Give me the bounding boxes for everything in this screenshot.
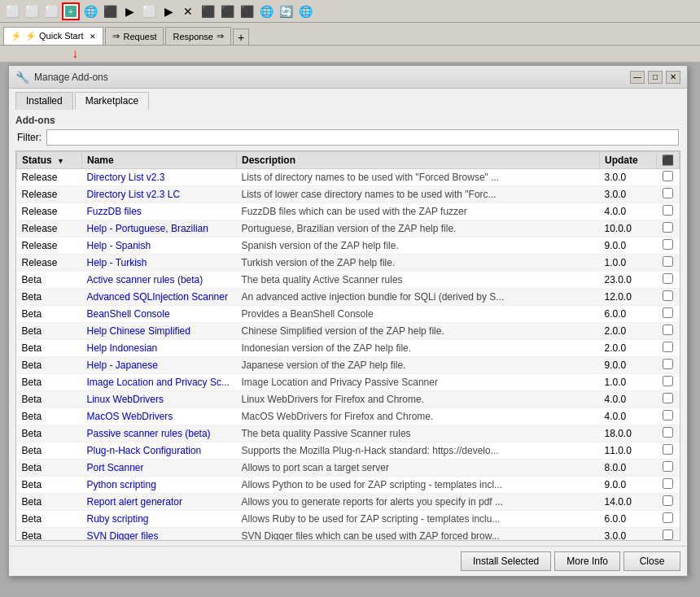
toolbar-icon-7[interactable]: ▶: [120, 2, 138, 20]
row-checkbox[interactable]: [663, 461, 673, 472]
cell-name[interactable]: Help Indonesian: [82, 340, 237, 357]
cell-checkbox[interactable]: [657, 289, 680, 306]
cell-checkbox[interactable]: [657, 237, 680, 255]
cell-checkbox[interactable]: [657, 460, 680, 477]
cell-checkbox[interactable]: [657, 391, 680, 408]
row-checkbox[interactable]: [663, 444, 673, 455]
tab-request[interactable]: ⇒ Request: [105, 27, 164, 45]
row-checkbox[interactable]: [663, 359, 673, 369]
row-checkbox[interactable]: [663, 427, 673, 438]
col-header-status[interactable]: Status ▼: [17, 152, 82, 169]
row-checkbox[interactable]: [663, 512, 673, 523]
cell-name[interactable]: Report alert generator: [82, 494, 237, 511]
cell-name[interactable]: Port Scanner: [82, 460, 237, 477]
row-checkbox[interactable]: [663, 171, 673, 181]
row-checkbox[interactable]: [663, 529, 673, 540]
cell-checkbox[interactable]: [657, 169, 680, 186]
cell-name[interactable]: BeanShell Console: [82, 306, 237, 323]
cell-checkbox[interactable]: [657, 323, 680, 340]
cell-checkbox[interactable]: [657, 340, 680, 357]
row-checkbox[interactable]: [663, 307, 673, 318]
cell-name[interactable]: Directory List v2.3 LC: [82, 186, 237, 203]
toolbar-icon-8[interactable]: ⬜: [140, 2, 158, 20]
cell-name[interactable]: Help - Japanese: [82, 357, 237, 374]
cell-checkbox[interactable]: [657, 442, 680, 460]
cell-name[interactable]: Python scripting: [82, 477, 237, 494]
toolbar-icon-10[interactable]: ✕: [179, 2, 197, 20]
col-header-description[interactable]: Description: [237, 152, 600, 169]
cell-name[interactable]: Linux WebDrivers: [82, 391, 237, 408]
cell-checkbox[interactable]: [657, 528, 680, 541]
cell-name[interactable]: Passive scanner rules (beta): [82, 425, 237, 442]
add-tab-button[interactable]: +: [233, 28, 249, 45]
toolbar-icon-14[interactable]: 🌐: [257, 2, 275, 20]
cell-checkbox[interactable]: [657, 408, 680, 425]
cell-name[interactable]: Plug-n-Hack Configuration: [82, 442, 237, 460]
close-button[interactable]: Close: [623, 551, 680, 571]
cell-checkbox[interactable]: [657, 186, 680, 203]
maximize-button[interactable]: □: [648, 71, 663, 84]
toolbar-icon-16[interactable]: 🌐: [296, 2, 314, 20]
cell-checkbox[interactable]: [657, 477, 680, 494]
tab-quick-start[interactable]: ⚡ ⚡ Quick Start ✕: [3, 27, 103, 45]
toolbar-icon-highlighted[interactable]: +: [62, 2, 80, 20]
row-checkbox[interactable]: [663, 239, 673, 250]
cell-checkbox[interactable]: [657, 425, 680, 442]
cell-name[interactable]: Help - Turkish: [82, 255, 237, 272]
row-checkbox[interactable]: [663, 256, 673, 267]
toolbar-icon-9[interactable]: ▶: [160, 2, 177, 20]
cell-name[interactable]: Help - Portuguese, Brazilian: [82, 220, 237, 237]
cell-checkbox[interactable]: [657, 255, 680, 272]
cell-name[interactable]: SVN Digger files: [82, 528, 237, 541]
cell-checkbox[interactable]: [657, 511, 680, 528]
close-dialog-button[interactable]: ✕: [666, 71, 680, 84]
row-checkbox[interactable]: [663, 376, 673, 386]
toolbar-icon-13[interactable]: ⬛: [238, 2, 256, 20]
row-checkbox[interactable]: [663, 290, 673, 301]
row-checkbox[interactable]: [663, 205, 673, 216]
row-checkbox[interactable]: [663, 410, 673, 421]
col-header-update[interactable]: Update: [600, 152, 657, 169]
toolbar-icon-12[interactable]: ⬛: [218, 2, 236, 20]
filter-input[interactable]: [46, 129, 679, 146]
cell-name[interactable]: Advanced SQLInjection Scanner: [82, 289, 237, 306]
tab-response[interactable]: Response ⇒: [165, 27, 231, 45]
more-info-button[interactable]: More Info: [554, 551, 620, 571]
cell-name[interactable]: Help - Spanish: [82, 237, 237, 255]
tab-marketplace[interactable]: Marketplace: [75, 92, 149, 110]
row-checkbox[interactable]: [663, 342, 673, 352]
close-tab-icon[interactable]: ✕: [90, 33, 96, 41]
toolbar-icon-2[interactable]: ⬜: [23, 2, 41, 20]
tab-installed[interactable]: Installed: [15, 92, 73, 110]
toolbar-icon-11[interactable]: ⬛: [199, 2, 217, 20]
col-header-name[interactable]: Name: [82, 152, 237, 169]
cell-name[interactable]: Active scanner rules (beta): [82, 272, 237, 289]
row-checkbox[interactable]: [663, 478, 673, 489]
row-checkbox[interactable]: [663, 222, 673, 233]
minimize-button[interactable]: —: [630, 71, 645, 84]
toolbar-icon-15[interactable]: 🔄: [277, 2, 295, 20]
cell-name[interactable]: MacOS WebDrivers: [82, 408, 237, 425]
cell-checkbox[interactable]: [657, 374, 680, 391]
toolbar-icon-1[interactable]: ⬜: [3, 2, 21, 20]
cell-checkbox[interactable]: [657, 203, 680, 220]
table-scroll[interactable]: Status ▼ Name Description Update: [16, 151, 680, 540]
install-selected-button[interactable]: Install Selected: [461, 551, 551, 571]
toolbar-icon-5[interactable]: 🌐: [81, 2, 99, 20]
row-checkbox[interactable]: [663, 188, 673, 198]
cell-name[interactable]: Help Chinese Simplified: [82, 323, 237, 340]
row-checkbox[interactable]: [663, 495, 673, 506]
cell-name[interactable]: FuzzDB files: [82, 203, 237, 220]
cell-name[interactable]: Directory List v2.3: [82, 169, 237, 186]
row-checkbox[interactable]: [663, 273, 673, 284]
toolbar-icon-6[interactable]: ⬛: [101, 2, 119, 20]
cell-name[interactable]: Image Location and Privacy Sc...: [82, 374, 237, 391]
cell-checkbox[interactable]: [657, 306, 680, 323]
row-checkbox[interactable]: [663, 393, 673, 403]
cell-checkbox[interactable]: [657, 272, 680, 289]
cell-checkbox[interactable]: [657, 494, 680, 511]
cell-checkbox[interactable]: [657, 357, 680, 374]
toolbar-icon-3[interactable]: ⬜: [42, 2, 60, 20]
cell-checkbox[interactable]: [657, 220, 680, 237]
cell-name[interactable]: Ruby scripting: [82, 511, 237, 528]
